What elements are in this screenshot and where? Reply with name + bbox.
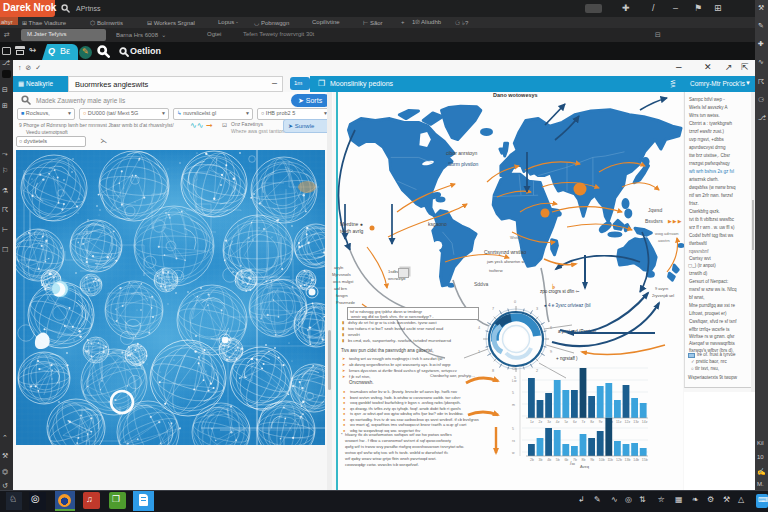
- svg-text:9z: 9z: [599, 420, 603, 424]
- svg-text:7: 7: [492, 307, 494, 311]
- svg-text:15b: 15b: [642, 458, 648, 462]
- svg-text:6b: 6b: [564, 458, 568, 462]
- svg-text:7z: 7z: [582, 420, 586, 424]
- svg-text:5: 5: [512, 391, 514, 395]
- svg-text:0: 0: [514, 300, 516, 304]
- svg-text:3b: 3b: [539, 458, 543, 462]
- svg-text:12b: 12b: [616, 458, 622, 462]
- svg-text:5: 5: [512, 427, 514, 431]
- svg-text:10b: 10b: [599, 458, 605, 462]
- svg-text:4z: 4z: [556, 420, 560, 424]
- svg-text:4b: 4b: [547, 458, 551, 462]
- svg-text:m: m: [512, 403, 515, 407]
- svg-text:6z: 6z: [573, 420, 577, 424]
- svg-text:2z: 2z: [539, 420, 543, 424]
- svg-text:8z: 8z: [590, 420, 594, 424]
- svg-text:11z: 11z: [616, 420, 622, 424]
- svg-text:5b: 5b: [556, 458, 560, 462]
- svg-text:Aveq: Aveq: [580, 464, 589, 469]
- svg-text:14z: 14z: [642, 420, 648, 424]
- svg-text:12z: 12z: [625, 420, 631, 424]
- svg-text:rx: rx: [512, 439, 515, 443]
- svg-text:8b: 8b: [582, 458, 586, 462]
- svg-text:11b: 11b: [607, 458, 613, 462]
- svg-text:4: 4: [478, 326, 480, 330]
- svg-text:2b: 2b: [530, 458, 534, 462]
- svg-text:w: w: [512, 451, 515, 455]
- svg-text:13z: 13z: [633, 420, 639, 424]
- svg-text:3z: 3z: [547, 420, 551, 424]
- svg-text:1z: 1z: [530, 420, 534, 424]
- svg-text:13b: 13b: [625, 458, 631, 462]
- svg-text:Lw: Lw: [512, 379, 517, 383]
- svg-text:9b: 9b: [590, 458, 594, 462]
- svg-text:5z: 5z: [564, 420, 568, 424]
- svg-text:Ch: Ch: [512, 367, 517, 371]
- svg-text:14b: 14b: [633, 458, 639, 462]
